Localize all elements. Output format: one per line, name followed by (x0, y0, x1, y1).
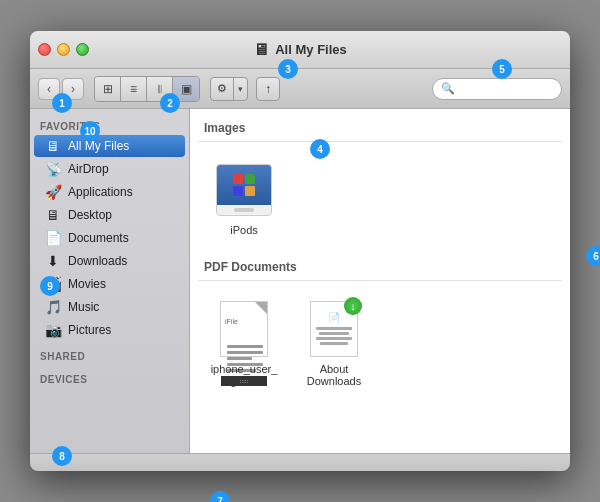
applications-label: Applications (68, 185, 133, 199)
downloads-label: Downloads (68, 254, 127, 268)
content-pane: Images (190, 109, 570, 453)
airdrop-icon: 📡 (44, 161, 62, 177)
column-view-button[interactable]: ⫴ (147, 77, 173, 101)
ipods-icon-container (214, 160, 274, 220)
sidebar-item-desktop[interactable]: 🖥 Desktop (34, 204, 185, 226)
annotation-6: 6 (586, 246, 600, 266)
ipods-label: iPods (230, 224, 258, 236)
downloads-icon: ⬇ (44, 253, 62, 269)
about-downloads-badge: ↓ (344, 297, 362, 315)
search-box[interactable]: 🔍 (432, 78, 562, 100)
nav-buttons: ‹ › (38, 78, 84, 100)
documents-label: Documents (68, 231, 129, 245)
pdf-line-2 (227, 351, 263, 354)
view-buttons: ⊞ ≡ ⫴ ▣ (94, 76, 200, 102)
forward-button[interactable]: › (62, 78, 84, 100)
pdf-grid: iFile ::::: iph (198, 289, 562, 397)
main-area: FAVORITES 🖥 All My Files 📡 AirDrop 🚀 App… (30, 109, 570, 453)
window-title-text: All My Files (275, 42, 347, 57)
favorites-label: FAVORITES (30, 117, 189, 134)
pictures-icon: 📷 (44, 322, 62, 338)
documents-icon: 📄 (44, 230, 62, 246)
search-icon: 🔍 (441, 82, 455, 95)
airdrop-label: AirDrop (68, 162, 109, 176)
pictures-label: Pictures (68, 323, 111, 337)
movies-label: Movies (68, 277, 106, 291)
pdf-corner (255, 302, 267, 314)
images-section-header: Images (198, 117, 562, 142)
arrange-icon: ⚙ (217, 82, 227, 95)
sidebar-item-applications[interactable]: 🚀 Applications (34, 181, 185, 203)
sidebar-item-downloads[interactable]: ⬇ Downloads (34, 250, 185, 272)
cover-flow-button[interactable]: ▣ (173, 77, 199, 101)
toolbar: ‹ › ⊞ ≡ ⫴ ▣ ⚙ ▾ ↑ 🔍 (30, 69, 570, 109)
icon-view-button[interactable]: ⊞ (95, 77, 121, 101)
annotation-7: 7 (210, 491, 230, 502)
about-downloads-icon-container: 📄 ↓ (304, 299, 364, 359)
minimize-button[interactable] (57, 43, 70, 56)
sidebar-item-all-my-files[interactable]: 🖥 All My Files (34, 135, 185, 157)
statusbar (30, 453, 570, 471)
sidebar-item-documents[interactable]: 📄 Documents (34, 227, 185, 249)
images-grid: iPods (198, 150, 562, 246)
ipods-file-item[interactable]: iPods (204, 156, 284, 240)
ipods-screen (217, 165, 271, 205)
share-icon: ↑ (265, 82, 271, 96)
finder-window: 🖥 All My Files ‹ › ⊞ ≡ ⫴ ▣ ⚙ ▾ (30, 31, 570, 471)
all-my-files-label: All My Files (68, 139, 129, 153)
iphone-guide-icon-container: iFile ::::: (214, 299, 274, 359)
music-label: Music (68, 300, 99, 314)
desktop-label: Desktop (68, 208, 112, 222)
iphone-guide-file-item[interactable]: iFile ::::: iph (204, 295, 284, 391)
window-title: 🖥 All My Files (253, 41, 347, 59)
desktop-icon: 🖥 (44, 207, 62, 223)
shared-label: SHARED (30, 347, 189, 364)
devices-label: DEVICES (30, 370, 189, 387)
close-button[interactable] (38, 43, 51, 56)
list-view-button[interactable]: ≡ (121, 77, 147, 101)
arrange-button[interactable]: ⚙ ▾ (210, 77, 248, 101)
sidebar-item-movies[interactable]: 🎬 Movies (34, 273, 185, 295)
pdf-line-5 (227, 369, 256, 372)
pdf-line-4 (227, 363, 263, 366)
applications-icon: 🚀 (44, 184, 62, 200)
about-downloads-wrapper: 📄 ↓ (310, 301, 358, 357)
pdf-line-1 (227, 345, 263, 348)
music-icon: 🎵 (44, 299, 62, 315)
all-my-files-icon: 🖥 (44, 138, 62, 154)
sidebar-item-airdrop[interactable]: 📡 AirDrop (34, 158, 185, 180)
iphone-guide-icon: iFile ::::: (220, 301, 268, 357)
arrange-main: ⚙ (211, 78, 234, 100)
pdf-section-header: PDF Documents (198, 256, 562, 281)
sidebar: FAVORITES 🖥 All My Files 📡 AirDrop 🚀 App… (30, 109, 190, 453)
ipods-icon (216, 164, 272, 216)
about-downloads-file-item[interactable]: 📄 ↓ (294, 295, 374, 391)
sidebar-item-pictures[interactable]: 📷 Pictures (34, 319, 185, 341)
back-button[interactable]: ‹ (38, 78, 60, 100)
window-title-icon: 🖥 (253, 41, 269, 59)
about-downloads-label: About Downloads (298, 363, 370, 387)
maximize-button[interactable] (76, 43, 89, 56)
arrange-dropdown-arrow: ▾ (234, 78, 247, 100)
traffic-lights (38, 43, 89, 56)
pdf-line-3 (227, 357, 252, 360)
pdf-lines (221, 341, 267, 376)
share-button[interactable]: ↑ (256, 77, 280, 101)
movies-icon: 🎬 (44, 276, 62, 292)
titlebar: 🖥 All My Files (30, 31, 570, 69)
sidebar-item-music[interactable]: 🎵 Music (34, 296, 185, 318)
